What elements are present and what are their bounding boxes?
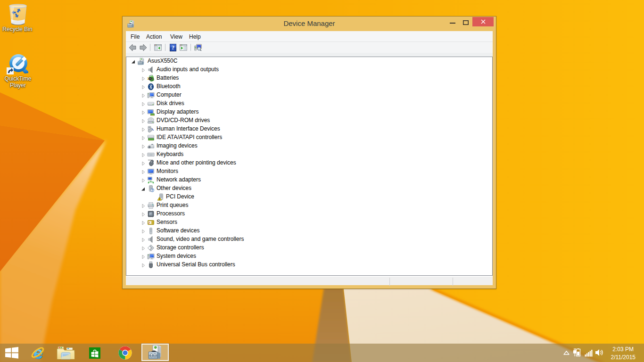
svg-text:?: ? [172,44,174,51]
svg-text:?: ? [151,189,153,192]
